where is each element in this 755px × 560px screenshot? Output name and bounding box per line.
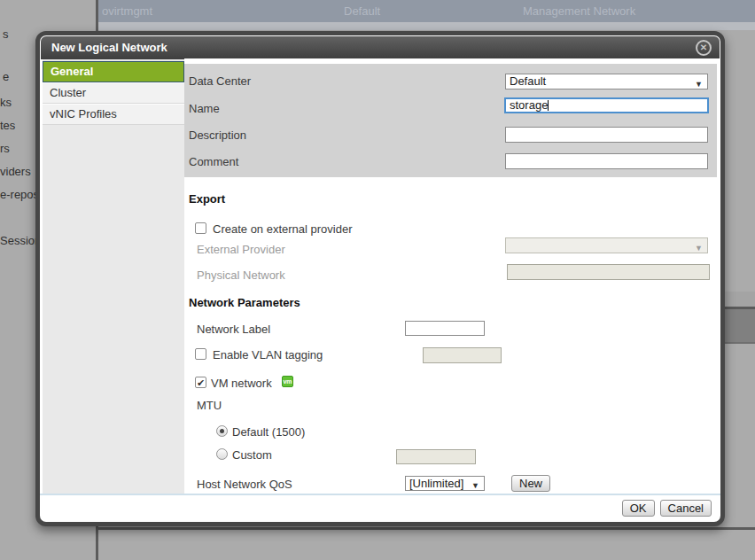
tab-general-label: General — [51, 65, 93, 78]
dropdown-arrow-icon: ▼ — [471, 478, 479, 493]
enable-vlan-tagging-label: Enable VLAN tagging — [213, 348, 323, 362]
network-table-row: ovirtmgmt Default Management Network — [98, 0, 755, 22]
vm-network-checkbox[interactable] — [195, 377, 206, 388]
tab-general[interactable]: General — [43, 61, 184, 82]
dropdown-arrow-icon: ▼ — [695, 241, 703, 255]
name-input[interactable]: storage — [504, 97, 709, 113]
background-divider — [98, 527, 755, 530]
comment-label: Comment — [189, 155, 238, 168]
create-on-external-provider-checkbox[interactable] — [195, 222, 206, 234]
network-label-input[interactable] — [405, 321, 485, 336]
data-center-select[interactable]: Default ▼ — [505, 74, 708, 89]
mtu-custom-input — [396, 449, 476, 464]
vm-network-label: VM network — [211, 377, 272, 390]
sidebar-item-fragment: e-repos — [0, 188, 39, 201]
network-label-label: Network Label — [197, 323, 270, 336]
tab-vnic-profiles[interactable]: vNIC Profiles — [43, 104, 184, 125]
ok-button[interactable]: OK — [622, 500, 655, 517]
network-parameters-heading: Network Parameters — [189, 296, 300, 309]
dialog-titlebar[interactable]: New Logical Network ✕ — [41, 36, 720, 59]
tab-cluster-label: Cluster — [50, 86, 86, 99]
sidebar-item-fragment: viders — [0, 165, 31, 178]
sidebar-item-fragment: rs — [0, 142, 10, 155]
name-value: storage — [510, 98, 548, 112]
host-network-qos-label: Host Network QoS — [197, 478, 292, 491]
data-center-cell: Default — [344, 4, 380, 18]
mtu-custom-radio[interactable] — [216, 448, 228, 460]
network-name-cell: ovirtmgmt — [102, 4, 152, 18]
description-input[interactable] — [505, 127, 708, 143]
dialog-footer: OK Cancel — [41, 495, 720, 521]
tab-cluster[interactable]: Cluster — [43, 82, 184, 104]
create-on-external-provider-label: Create on external provider — [213, 222, 353, 236]
close-icon[interactable]: ✕ — [696, 40, 712, 56]
general-tab-form: Data Center Default ▼ Name storage Descr… — [184, 58, 720, 494]
tab-vnic-profiles-label: vNIC Profiles — [50, 107, 117, 121]
new-logical-network-dialog: New Logical Network ✕ General Cluster vN… — [35, 31, 725, 526]
mtu-custom-label: Custom — [232, 448, 272, 462]
mtu-label: MTU — [197, 399, 222, 412]
sidebar-item-fragment: e — [3, 70, 9, 83]
mtu-default-radio[interactable] — [216, 425, 228, 437]
dialog-side-tabs: General Cluster vNIC Profiles — [43, 59, 184, 494]
dialog-title: New Logical Network — [51, 41, 167, 54]
vm-network-icon: vm — [282, 376, 293, 387]
table-row-strip — [98, 22, 755, 30]
new-qos-button[interactable]: New — [511, 475, 550, 492]
description-label: Description — [189, 128, 246, 142]
sidebar-item-fragment: ks — [0, 96, 12, 109]
data-center-label: Data Center — [189, 74, 251, 88]
description-cell: Management Network — [523, 4, 635, 18]
enable-vlan-tagging-checkbox[interactable] — [195, 348, 206, 360]
host-network-qos-value: [Unlimited] — [409, 477, 463, 490]
host-network-qos-select[interactable]: [Unlimited] ▼ — [405, 476, 485, 491]
data-center-value: Default — [510, 74, 546, 88]
physical-network-input — [507, 264, 710, 280]
external-provider-label: External Provider — [197, 243, 285, 256]
vlan-tag-input — [423, 347, 502, 363]
cancel-button[interactable]: Cancel — [660, 500, 712, 517]
sidebar-item-fragment: tes — [0, 119, 15, 132]
comment-input[interactable] — [505, 153, 708, 169]
sidebar-item-fragment: s — [3, 27, 9, 41]
export-heading: Export — [189, 192, 225, 206]
mtu-default-label: Default (1500) — [232, 425, 305, 439]
external-provider-select: ▼ — [505, 237, 708, 253]
text-caret — [548, 100, 549, 111]
name-label: Name — [189, 102, 220, 115]
physical-network-label: Physical Network — [197, 268, 285, 282]
dropdown-arrow-icon: ▼ — [695, 77, 703, 91]
